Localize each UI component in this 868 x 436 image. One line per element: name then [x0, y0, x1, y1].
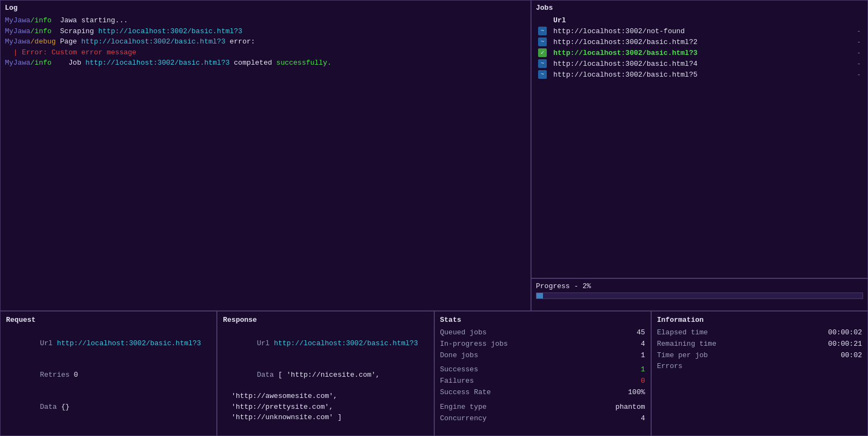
tilde-icon: ~: [538, 59, 547, 68]
info-rows: Elapsed time00:00:02Remaining time00:00:…: [657, 327, 862, 372]
stats-panel: Stats Queued jobs45In-progress jobs4Done…: [434, 311, 651, 436]
stats-key-4: Successes: [440, 364, 478, 376]
request-retries-label: Retries: [40, 371, 73, 379]
stats-val-0: 45: [636, 327, 645, 339]
jobs-row-2: ✓http://localhost:3002/basic.html?3-: [536, 47, 863, 58]
jobs-status-4: ~: [536, 69, 551, 80]
tilde-icon: ~: [538, 27, 547, 35]
log-app-2: MyJawa: [5, 27, 30, 35]
jobs-col-extra: [852, 15, 863, 26]
jobs-panel: Jobs Url ~http://localhost:3002/not-foun…: [531, 0, 868, 278]
request-data-row: Data {}: [6, 391, 211, 423]
log-text-3b: error:: [226, 38, 255, 46]
jobs-url-1: http://localhost:3002/basic.html?2: [551, 36, 852, 47]
stats-row-2: Done jobs1: [440, 350, 645, 362]
jobs-col-status: [536, 15, 551, 26]
stats-row-0: Queued jobs45: [440, 327, 645, 339]
response-data-line2: 'http://prettysite.com',: [223, 402, 428, 413]
main-grid: Log MyJawa/info Jawa starting... MyJawa/…: [0, 0, 868, 436]
jobs-extra-2: -: [852, 47, 863, 58]
stats-key-8: Engine type: [440, 402, 487, 413]
log-level-5: /info: [30, 59, 52, 67]
response-panel: Response Url http://localhost:3002/basic…: [217, 311, 434, 436]
request-title: Request: [6, 316, 211, 324]
log-panel: Log MyJawa/info Jawa starting... MyJawa/…: [0, 0, 531, 311]
stats-val-8: phantom: [615, 402, 645, 413]
info-val-1: 00:00:21: [828, 339, 862, 350]
request-panel: Request Url http://localhost:3002/basic.…: [0, 311, 217, 436]
log-text-5a: Job: [52, 59, 85, 67]
stats-key-9: Concurrency: [440, 413, 487, 425]
stats-row-6: Success Rate100%: [440, 387, 645, 398]
stats-key-6: Success Rate: [440, 387, 491, 398]
stats-row-5: Failures0: [440, 376, 645, 387]
jobs-url-3: http://localhost:3002/basic.html?4: [551, 58, 852, 69]
log-url-5: http://localhost:3002/basic.html?3: [85, 59, 229, 67]
response-data-label: Data: [257, 371, 278, 379]
info-val-2: 00:02: [841, 350, 862, 362]
log-error-4: | Error: Custom error message: [5, 48, 136, 57]
response-data-line0: [ 'http://nicesite.com',: [278, 371, 380, 379]
jobs-url-4: http://localhost:3002/basic.html?5: [551, 69, 852, 80]
response-title: Response: [223, 316, 428, 324]
jobs-col-url: Url: [551, 15, 852, 26]
stats-row-8: Engine typephantom: [440, 402, 645, 413]
stats-key-1: In-progress jobs: [440, 339, 508, 350]
jobs-extra-4: -: [852, 69, 863, 80]
request-url-row: Url http://localhost:3002/basic.html?3: [6, 327, 211, 359]
jobs-status-1: ~: [536, 36, 551, 47]
jobs-extra-0: -: [852, 26, 863, 36]
progress-label: Progress - 2%: [536, 282, 863, 290]
response-data-line3: 'http://unknownsite.com' ]: [223, 412, 428, 423]
request-data-val: {}: [61, 403, 70, 411]
log-url-3: http://localhost:3002/basic.html?3: [81, 38, 225, 46]
log-line-1: MyJawa/info Jawa starting...: [5, 15, 526, 26]
stats-row-4: Successes1: [440, 364, 645, 376]
stats-val-5: 0: [641, 376, 645, 387]
response-url-row: Url http://localhost:3002/basic.html?3: [223, 327, 428, 359]
jobs-row-0: ~http://localhost:3002/not-found-: [536, 26, 863, 36]
info-val-0: 00:00:02: [828, 327, 862, 339]
log-line-2: MyJawa/info Scraping http://localhost:30…: [5, 26, 526, 37]
stats-val-1: 4: [641, 339, 645, 350]
log-text-2a: Scraping: [52, 27, 98, 35]
stats-rows: Queued jobs45In-progress jobs4Done jobs1…: [440, 327, 645, 424]
log-content: MyJawa/info Jawa starting... MyJawa/info…: [5, 15, 526, 68]
jobs-extra-1: -: [852, 36, 863, 47]
request-retries-val: 0: [74, 371, 78, 379]
response-url-label: Url: [257, 339, 274, 347]
log-url-2: http://localhost:3002/basic.html?3: [98, 27, 242, 35]
info-row-0: Elapsed time00:00:02: [657, 327, 862, 339]
stats-key-0: Queued jobs: [440, 327, 487, 339]
stats-key-5: Failures: [440, 376, 474, 387]
right-column: Jobs Url ~http://localhost:3002/not-foun…: [531, 0, 868, 311]
log-app-1: MyJawa: [5, 16, 30, 24]
progress-panel: Progress - 2%: [531, 278, 868, 311]
progress-bar-fill: [536, 293, 543, 298]
jobs-body: ~http://localhost:3002/not-found-~http:/…: [536, 26, 863, 80]
jobs-extra-3: -: [852, 58, 863, 69]
response-data-l2: 'http://prettysite.com',: [223, 403, 333, 411]
jobs-url-2: http://localhost:3002/basic.html?3: [551, 47, 852, 58]
response-data-line1: 'http://awesomesite.com',: [223, 391, 428, 402]
tilde-icon: ~: [538, 38, 547, 46]
log-app-3: MyJawa: [5, 38, 30, 46]
request-retries-row: Retries 0: [6, 359, 211, 391]
stats-row-9: Concurrency4: [440, 413, 645, 425]
jobs-status-3: ~: [536, 58, 551, 69]
info-row-2: Time per job00:02: [657, 350, 862, 362]
jobs-row-1: ~http://localhost:3002/basic.html?2-: [536, 36, 863, 47]
progress-bar-bg: [536, 292, 863, 299]
jobs-row-3: ~http://localhost:3002/basic.html?4-: [536, 58, 863, 69]
log-text-3a: Page: [56, 38, 82, 46]
stats-row-1: In-progress jobs4: [440, 339, 645, 350]
stats-title: Stats: [440, 316, 645, 324]
log-line-4: | Error: Custom error message: [5, 47, 526, 58]
bottom-row: Request Url http://localhost:3002/basic.…: [0, 311, 868, 436]
log-line-5: MyJawa/info Job http://localhost:3002/ba…: [5, 58, 526, 68]
log-level-3: /debug: [30, 38, 56, 46]
checkmark-icon: ✓: [538, 48, 547, 57]
response-data-row: Data [ 'http://nicesite.com',: [223, 359, 428, 391]
jobs-url-0: http://localhost:3002/not-found: [551, 26, 852, 36]
stats-key-2: Done jobs: [440, 350, 478, 362]
